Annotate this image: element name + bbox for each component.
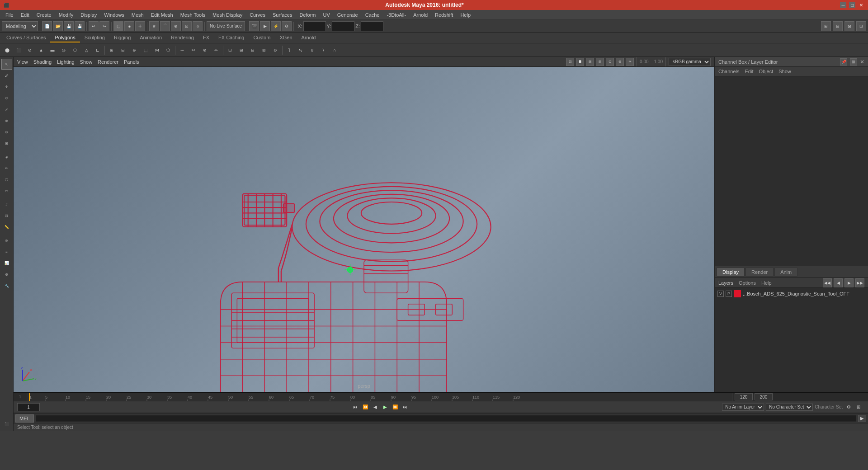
poly-bool-int-button[interactable]: ∩ [329, 45, 340, 56]
poly-insert-edge-button[interactable]: ⊸ [177, 45, 188, 56]
layer-playback-1[interactable]: P [726, 291, 732, 297]
paint-select-left[interactable]: 🖌 [1, 70, 12, 81]
poly-uv2-button[interactable]: ⊞ [236, 45, 247, 56]
layer-prev-button[interactable]: ◀◀ [823, 278, 832, 287]
end-frame-input[interactable] [735, 393, 753, 400]
play-back-button[interactable]: ◀ [371, 403, 379, 411]
step-back-button[interactable]: ⏪ [361, 403, 369, 411]
menu-create[interactable]: Create [33, 11, 55, 19]
snap-obj-left[interactable]: ⊡ [1, 210, 12, 221]
mel-input[interactable] [36, 415, 856, 422]
anim-end-input[interactable] [755, 393, 773, 400]
poly-combine-button[interactable]: ⊞ [106, 45, 117, 56]
soft-select-left[interactable]: ⊙ [1, 127, 12, 137]
poly-separate-button[interactable]: ⊟ [118, 45, 128, 56]
tab-fx-caching[interactable]: FX Caching [214, 33, 249, 42]
menu-redshift[interactable]: Redshift [431, 11, 457, 19]
minimize-button[interactable]: ─ [840, 2, 846, 8]
anim-tab[interactable]: Anim [774, 268, 797, 277]
poly-uv4-button[interactable]: ⊠ [259, 45, 269, 56]
poly-uv3-button[interactable]: ⊟ [247, 45, 258, 56]
layer-row-1[interactable]: V P ...Bosch_ADS_625_Diagnostic_Scan_Too… [716, 289, 867, 299]
poly-uv5-button[interactable]: ⊘ [270, 45, 281, 56]
poly-mirror-button[interactable]: ⇋ [295, 45, 306, 56]
menu-3dto-all[interactable]: -3DtoAll- [383, 11, 410, 19]
snap-grid-left[interactable]: # [1, 199, 12, 210]
cb-expand-button[interactable]: ⊞ [850, 58, 857, 66]
attr-editor-left[interactable]: ⚙ [1, 269, 12, 280]
show-manip-left[interactable]: ⊞ [1, 138, 12, 149]
anim-layer-dropdown[interactable]: No Anim Layer [722, 404, 764, 411]
maximize-button[interactable]: □ [849, 2, 855, 8]
lasso-tool-button[interactable]: ◈ [124, 21, 134, 31]
menu-mesh-display[interactable]: Mesh Display [209, 11, 246, 19]
save-as-button[interactable]: 💾 [75, 21, 85, 31]
timeline-ruler[interactable]: 1 1 5 10 15 20 25 30 [14, 392, 868, 401]
layer-color-swatch-1[interactable] [734, 290, 741, 297]
universal-manip-left[interactable]: ⊕ [1, 115, 12, 126]
tab-rendering[interactable]: Rendering [166, 33, 198, 42]
poly-slide-edge-button[interactable]: ⇔ [211, 45, 222, 56]
right-toolbar-2[interactable]: ⊟ [833, 21, 843, 31]
anim-settings-button[interactable]: ⚙ [844, 403, 853, 411]
select-tool-button[interactable]: ▢ [113, 21, 123, 31]
vp-shading-2[interactable]: ⊕ [616, 58, 624, 66]
poly-sphere-button[interactable]: ⬤ [2, 45, 13, 56]
cb-tab-object[interactable]: Object [759, 69, 773, 74]
tab-xgen[interactable]: XGen [275, 33, 297, 42]
tab-animation[interactable]: Animation [135, 33, 166, 42]
right-toolbar-4[interactable]: ⊡ [856, 21, 866, 31]
menu-modify[interactable]: Modify [55, 11, 77, 19]
layer-next-button[interactable]: ▶ [844, 278, 854, 287]
mel-tab-button[interactable]: MEL [15, 414, 34, 423]
menu-edit-mesh[interactable]: Edit Mesh [147, 11, 177, 19]
menu-arnold[interactable]: Arnold [410, 11, 431, 19]
vp-grid-1[interactable]: ⊞ [586, 58, 594, 66]
poly-pyramid-button[interactable]: △ [81, 45, 92, 56]
vp-shading-1[interactable]: ⊙ [606, 58, 614, 66]
3d-viewport[interactable]: X Y Z persp [14, 67, 714, 392]
vp-menu-panels[interactable]: Panels [124, 59, 139, 65]
poly-cube-button[interactable]: ⬛ [13, 45, 24, 56]
render-current-button[interactable]: 🎬 [249, 21, 259, 31]
current-frame-input[interactable] [17, 403, 40, 411]
vp-menu-lighting[interactable]: Lighting [57, 59, 75, 65]
tool-settings-left[interactable]: 🔧 [1, 280, 12, 291]
move-tool-button[interactable]: ✛ [135, 21, 145, 31]
vp-cam-1[interactable]: ⊡ [566, 58, 574, 66]
step-forward-button[interactable]: ⏩ [391, 403, 399, 411]
channel-box-left[interactable]: 📊 [1, 258, 12, 268]
cb-tab-channels[interactable]: Channels [718, 69, 739, 74]
paint-left[interactable]: ✏ [1, 163, 12, 174]
snap-grid-button[interactable]: # [149, 21, 159, 31]
select-tool-left[interactable]: ↖ [1, 59, 12, 70]
open-button[interactable]: 📂 [53, 21, 63, 31]
poly-cylinder-button[interactable]: ⊙ [24, 45, 35, 56]
menu-deform[interactable]: Deform [296, 11, 319, 19]
anim-extra-button[interactable]: ⊞ [854, 403, 863, 411]
menu-windows[interactable]: Windows [100, 11, 128, 19]
poly-extrude-button[interactable]: ⬚ [140, 45, 151, 56]
poly-transfer-button[interactable]: ⤵ [284, 45, 295, 56]
right-toolbar-1[interactable]: ⊞ [821, 21, 831, 31]
cut-left[interactable]: ✂ [1, 185, 12, 196]
layer-next2-button[interactable]: ▶▶ [855, 278, 864, 287]
menu-uv[interactable]: UV [319, 11, 333, 19]
poly-cone-button[interactable]: ▲ [36, 45, 47, 56]
snap-curve-button[interactable]: ⌒ [160, 21, 170, 31]
menu-display[interactable]: Display [77, 11, 100, 19]
ipr-button[interactable]: ⚡ [271, 21, 281, 31]
vp-menu-view[interactable]: View [17, 59, 28, 65]
bottom-tool-left[interactable]: ⬛ [1, 418, 12, 429]
poly-bool-union-button[interactable]: ∪ [307, 45, 317, 56]
poly-bridge-button[interactable]: ⋈ [151, 45, 162, 56]
sculpt-left[interactable]: ⬡ [1, 174, 12, 185]
menu-mesh-tools[interactable]: Mesh Tools [177, 11, 209, 19]
menu-surfaces[interactable]: Surfaces [269, 11, 296, 19]
isolate-left[interactable]: ⊘ [1, 235, 12, 246]
mel-run-button[interactable]: ▶ [858, 415, 866, 422]
play-forward-button[interactable]: ▶ [381, 403, 389, 411]
tab-arnold[interactable]: Arnold [297, 33, 321, 42]
display-tab[interactable]: Display [717, 268, 745, 277]
snap-point-button[interactable]: ⊕ [171, 21, 181, 31]
